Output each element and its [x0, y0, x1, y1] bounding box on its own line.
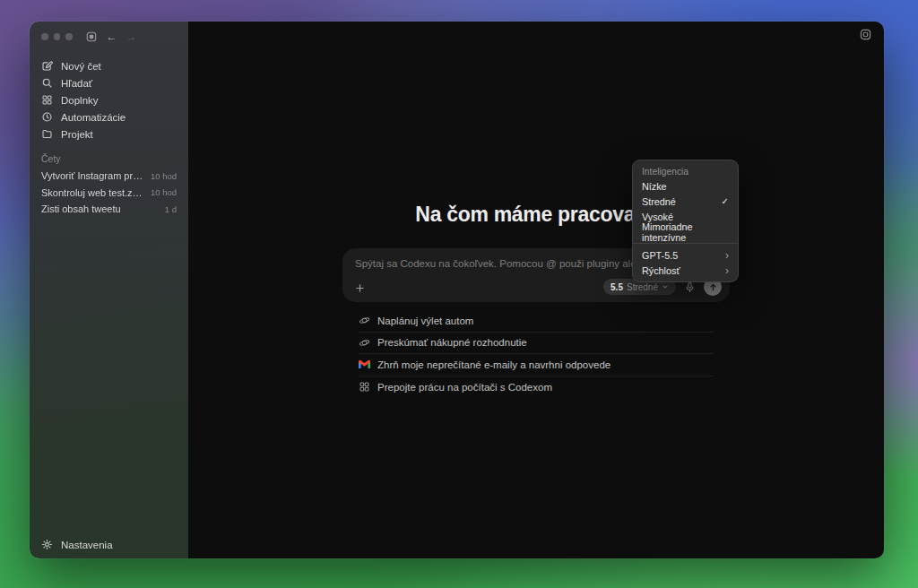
- menu-item-extra-intensive[interactable]: Mimoriadne intenzívne: [633, 224, 738, 239]
- chat-title: Vytvoriť Instagram príspevok: [41, 170, 145, 181]
- compose-icon: [41, 60, 53, 72]
- sidebar-item-label: Automatizácie: [61, 112, 126, 123]
- sidebar-toggle-icon[interactable]: [85, 30, 98, 43]
- chats-section-label: Čety: [30, 151, 188, 166]
- model-level: Stredné: [627, 282, 658, 292]
- chat-list-item[interactable]: Vytvoriť Instagram príspevok 10 hod: [30, 168, 188, 185]
- main-panel: Na čom máme pracovať? Spýtaj sa Codexu n…: [188, 22, 884, 558]
- gear-icon: [41, 539, 53, 550]
- chat-timestamp: 1 d: [165, 204, 177, 214]
- sidebar-item-label: Hľadať: [61, 78, 92, 89]
- menu-item-label: Stredné: [642, 196, 676, 207]
- sidebar-item-settings[interactable]: Nastavenia: [30, 533, 188, 556]
- traffic-light-zoom[interactable]: [65, 33, 73, 40]
- menu-item-model-submenu[interactable]: GPT-5.5 ›: [633, 247, 738, 263]
- suggestion-item[interactable]: Prepojte prácu na počítači s Codexom: [359, 376, 714, 399]
- search-icon: [41, 77, 53, 89]
- arrow-up-icon: [708, 282, 718, 292]
- intelligence-dropdown-menu: Inteligencia Nízke Stredné ✓ Vysoké Mimo…: [632, 160, 739, 282]
- orbit-icon: [359, 337, 370, 349]
- menu-item-label: Rýchlosť: [642, 265, 680, 276]
- menu-item-speed-submenu[interactable]: Rýchlosť ›: [633, 263, 738, 278]
- suggestion-label: Prepojte prácu na počítači s Codexom: [377, 382, 552, 393]
- sidebar-item-label: Doplnky: [61, 95, 99, 106]
- suggestion-label: Preskúmať nákupné rozhodnutie: [377, 337, 527, 348]
- menu-section-header: Inteligencia: [633, 164, 738, 178]
- chat-list-item[interactable]: Skontroluj web test.zaujaloma... 10 hod: [30, 185, 188, 202]
- suggestion-item[interactable]: Preskúmať nákupné rozhodnutie: [359, 333, 714, 355]
- sidebar-nav: Nový čet Hľadať Doplnky: [30, 57, 188, 143]
- settings-label: Nastavenia: [61, 540, 113, 550]
- sidebar-item-project[interactable]: Projekt: [30, 125, 188, 143]
- chat-list: Vytvoriť Instagram príspevok 10 hod Skon…: [30, 168, 188, 218]
- sidebar-item-automations[interactable]: Automatizácie: [30, 108, 188, 125]
- gmail-icon: [359, 359, 370, 370]
- chat-title: Skontroluj web test.zaujaloma...: [41, 187, 145, 198]
- orbit-icon: [359, 315, 370, 326]
- chevron-down-icon: [662, 283, 669, 290]
- chevron-right-icon: ›: [725, 251, 729, 260]
- suggestion-item[interactable]: Naplánuj výlet autom: [359, 310, 714, 333]
- microphone-icon[interactable]: [684, 281, 696, 293]
- chat-list-item[interactable]: Zisti obsah tweetu 1 d: [30, 201, 188, 218]
- page-title: Na čom máme pracovať?: [188, 203, 884, 227]
- sidebar-item-label: Nový čet: [61, 61, 101, 72]
- sidebar-item-search[interactable]: Hľadať: [30, 74, 188, 91]
- suggestion-label: Zhrň moje neprečítané e-maily a navrhni …: [377, 359, 611, 370]
- suggestion-list: Naplánuj výlet autom Preskúmať nákupné r…: [359, 310, 714, 398]
- chevron-right-icon: ›: [725, 266, 729, 275]
- suggestion-label: Naplánuj výlet autom: [377, 316, 473, 326]
- sidebar-item-plugins[interactable]: Doplnky: [30, 91, 188, 108]
- traffic-light-close[interactable]: [41, 33, 48, 40]
- plus-icon[interactable]: [354, 282, 366, 294]
- menu-item-label: Mimoriadne intenzívne: [642, 221, 729, 243]
- window-titlebar: ← →: [30, 22, 188, 49]
- menu-divider: [633, 243, 738, 244]
- back-arrow-icon[interactable]: ←: [107, 30, 117, 43]
- menu-item-label: GPT-5.5: [642, 250, 678, 261]
- chat-timestamp: 10 hod: [151, 171, 177, 181]
- sidebar-item-label: Projekt: [61, 129, 93, 140]
- suggestion-item[interactable]: Zhrň moje neprečítané e-maily a navrhni …: [359, 354, 714, 376]
- check-icon: ✓: [722, 196, 729, 206]
- folder-icon: [41, 128, 53, 140]
- sidebar-item-new-chat[interactable]: Nový čet: [30, 57, 188, 74]
- new-window-icon[interactable]: [859, 28, 872, 41]
- chat-title: Zisti obsah tweetu: [41, 203, 121, 214]
- menu-item-label: Nízke: [642, 181, 667, 192]
- grid-icon: [41, 94, 53, 106]
- traffic-light-minimize[interactable]: [54, 33, 61, 40]
- chat-timestamp: 10 hod: [151, 187, 177, 197]
- clock-icon: [41, 111, 53, 123]
- menu-item-low[interactable]: Nízke: [633, 178, 738, 194]
- forward-arrow-icon[interactable]: →: [126, 30, 137, 43]
- grid-icon: [359, 381, 370, 393]
- menu-item-medium[interactable]: Stredné ✓: [633, 194, 738, 209]
- sidebar: ← → Nový čet Hľadať: [30, 22, 188, 558]
- model-version: 5.5: [611, 282, 623, 292]
- app-window: ← → Nový čet Hľadať: [30, 22, 884, 558]
